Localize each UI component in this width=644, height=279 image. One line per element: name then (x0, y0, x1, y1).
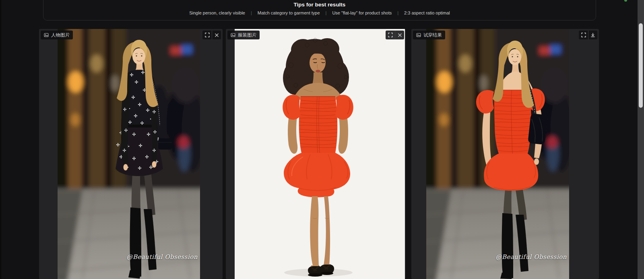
garment-photo-illustration (235, 29, 405, 279)
download-icon (590, 33, 595, 37)
image-icon (44, 33, 49, 37)
panel-label: 服装图片 (238, 32, 256, 38)
tips-title: Tips for best results (43, 2, 596, 8)
close-button[interactable] (212, 31, 221, 39)
person-photo-illustration (58, 29, 200, 279)
result-image-panel: @Beautiful Obsession 试穿结果 (411, 29, 599, 279)
tip-item: 2:3 aspect ratio optimal (404, 10, 450, 15)
tip-separator: | (251, 10, 252, 15)
panel-label-badge: 服装图片 (227, 31, 260, 39)
green-indicator-dot (624, 0, 627, 2)
tip-item: Use "flat-lay" for product shots (332, 10, 392, 15)
fullscreen-icon (205, 33, 210, 37)
panel-label: 人物图片 (51, 32, 70, 38)
tip-item: Match category to garment type (258, 10, 320, 15)
street-background (426, 29, 569, 279)
result-photo: @Beautiful Obsession (426, 29, 569, 279)
garment-image-panel: 服装图片 (226, 29, 406, 279)
shoulder-bag (528, 113, 548, 145)
image-icon (231, 33, 235, 37)
image-icon (416, 33, 421, 37)
tips-list: Single person, clearly visible | Match c… (43, 10, 596, 15)
panel-label: 试穿结果 (423, 32, 442, 38)
fullscreen-icon (388, 33, 393, 37)
tip-item: Single person, clearly visible (189, 10, 245, 15)
panel-label-badge: 试穿结果 (413, 31, 445, 39)
tip-separator: | (326, 10, 327, 15)
download-button[interactable] (588, 31, 597, 39)
fullscreen-button[interactable] (202, 31, 212, 39)
scrollbar-thumb[interactable] (639, 23, 643, 108)
person-image-panel: @Beautiful Obsession 人物图片 (39, 29, 223, 279)
garment-photo (235, 29, 405, 279)
panel-controls (386, 31, 404, 39)
scrollbar-track[interactable] (638, 0, 644, 279)
fullscreen-button[interactable] (386, 31, 395, 39)
result-photo-illustration (426, 29, 569, 279)
person-photo: @Beautiful Obsession (58, 29, 200, 279)
tip-separator: | (397, 10, 398, 15)
close-icon (398, 33, 402, 37)
panel-controls (202, 31, 221, 39)
left-edge-strip (0, 0, 1, 279)
tips-banner: Tips for best results Single person, cle… (43, 0, 596, 21)
shoulder-bag (158, 138, 172, 150)
panel-controls (579, 31, 597, 39)
close-icon (215, 33, 219, 37)
fullscreen-icon (581, 33, 586, 37)
panel-label-badge: 人物图片 (41, 31, 73, 39)
close-button[interactable] (395, 31, 404, 39)
fullscreen-button[interactable] (579, 31, 588, 39)
